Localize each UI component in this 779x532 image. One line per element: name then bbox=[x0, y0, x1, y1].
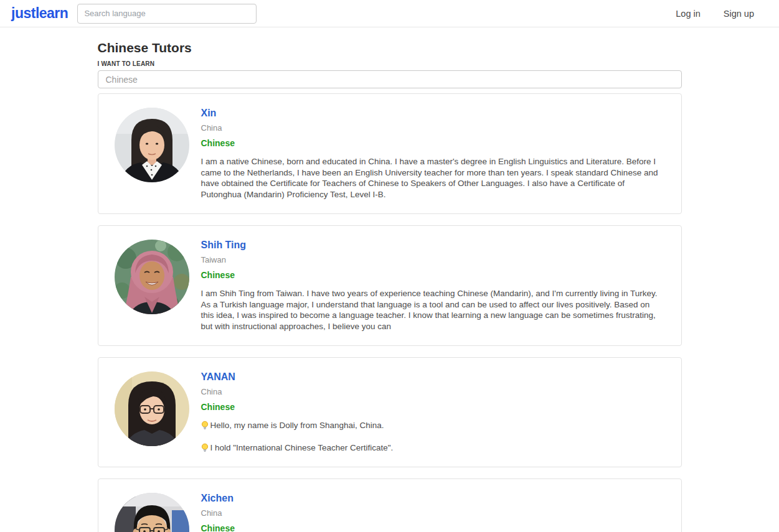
tutor-description-line: Hello, my name is Dolly from Shanghai, C… bbox=[201, 420, 665, 431]
logo[interactable]: justlearn bbox=[11, 5, 68, 22]
tutor-language: Chinese bbox=[201, 270, 665, 280]
lightbulb-icon bbox=[201, 421, 209, 430]
tutor-description-text: Hello, my name is Dolly from Shanghai, C… bbox=[210, 420, 384, 431]
language-filter-input[interactable] bbox=[98, 70, 682, 88]
tutor-country: Taiwan bbox=[201, 255, 665, 264]
tutor-avatar[interactable] bbox=[115, 371, 189, 446]
tutor-description-text: I hold "International Chinese Teacher Ce… bbox=[210, 442, 394, 454]
tutor-info: YANAN China Chinese Hello, my name is Do… bbox=[201, 371, 665, 453]
tutor-name-link[interactable]: Xin bbox=[201, 108, 217, 119]
search-input[interactable] bbox=[77, 4, 257, 24]
tutor-language: Chinese bbox=[201, 138, 665, 148]
tutor-description-line: I hold "International Chinese Teacher Ce… bbox=[201, 442, 665, 454]
tutor-name-link[interactable]: Shih Ting bbox=[201, 240, 247, 251]
tutor-card-list: Xin China Chinese I am a native Chinese,… bbox=[98, 93, 682, 532]
tutor-avatar[interactable] bbox=[115, 108, 189, 182]
tutor-avatar[interactable] bbox=[115, 493, 189, 532]
tutor-country: China bbox=[201, 508, 665, 518]
tutor-name-link[interactable]: YANAN bbox=[201, 371, 235, 383]
tutor-description: I am Shih Ting from Taiwan. I have two y… bbox=[201, 288, 665, 332]
tutor-avatar[interactable] bbox=[115, 240, 189, 314]
header-nav: Log in Sign up bbox=[676, 9, 754, 19]
tutor-photo-illustration bbox=[115, 493, 189, 532]
page-title: Chinese Tutors bbox=[98, 40, 682, 55]
tutor-description: I am a native Chinese, born and educated… bbox=[201, 156, 665, 200]
tutor-info: Xin China Chinese I am a native Chinese,… bbox=[201, 108, 665, 200]
tutor-info: Xichen China Chinese Hi, everyone. My na… bbox=[201, 493, 665, 532]
tutor-name-link[interactable]: Xichen bbox=[201, 493, 234, 504]
tutor-country: China bbox=[201, 387, 665, 396]
tutor-photo-illustration bbox=[115, 371, 189, 446]
tutor-card: Shih Ting Taiwan Chinese I am Shih Ting … bbox=[98, 225, 682, 346]
tutor-card: Xichen China Chinese Hi, everyone. My na… bbox=[98, 478, 682, 532]
tutor-list-page: Chinese Tutors I WANT TO LEARN bbox=[98, 40, 682, 532]
tutor-language: Chinese bbox=[201, 402, 665, 412]
login-link[interactable]: Log in bbox=[676, 9, 701, 19]
tutor-card: Xin China Chinese I am a native Chinese,… bbox=[98, 93, 682, 214]
lightbulb-icon bbox=[201, 443, 209, 452]
filter-label: I WANT TO LEARN bbox=[98, 60, 682, 67]
tutor-photo-illustration bbox=[115, 240, 189, 314]
tutor-photo-illustration bbox=[115, 108, 189, 182]
tutor-card: YANAN China Chinese Hello, my name is Do… bbox=[98, 357, 682, 467]
top-navbar: justlearn Log in Sign up bbox=[0, 0, 779, 27]
tutor-country: China bbox=[201, 123, 665, 133]
signup-link[interactable]: Sign up bbox=[724, 9, 754, 19]
tutor-language: Chinese bbox=[201, 523, 665, 532]
tutor-info: Shih Ting Taiwan Chinese I am Shih Ting … bbox=[201, 240, 665, 332]
